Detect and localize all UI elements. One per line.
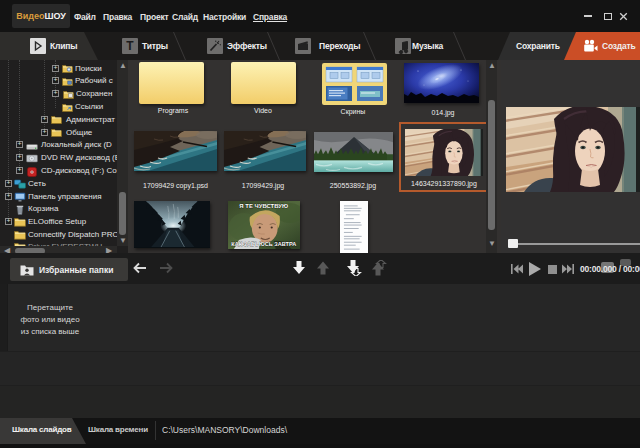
svg-text:КАК ЗАБЬЮСЬ ЗАВТРА: КАК ЗАБЬЮСЬ ЗАВТРА [231,241,296,247]
svg-text:Я ТЕ ЧУВСТВУЮ: Я ТЕ ЧУВСТВУЮ [239,203,288,209]
